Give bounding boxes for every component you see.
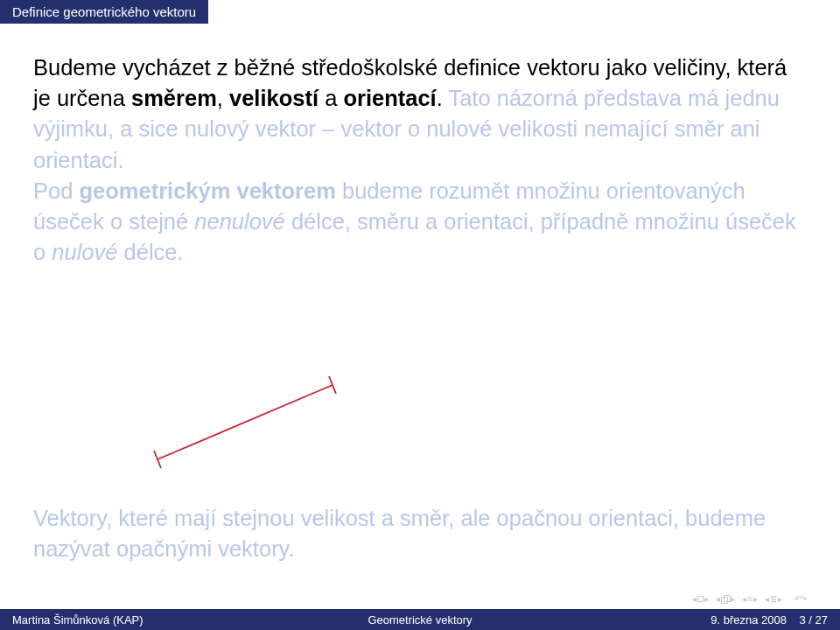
nav-subsection-icon[interactable]: ≡ [747, 594, 752, 604]
term-zero: nulové [52, 240, 117, 264]
text: délce. [117, 240, 183, 264]
term-nonzero: nenulové [194, 209, 285, 234]
opposite-vectors-note: Vektory, které mají stejnou velikost a s… [33, 503, 807, 564]
beamer-nav: ◂ ▸ ◂ ▸ ◂ ≡ ▸ ◂ ≣ ▸ ↶↷ [692, 594, 805, 604]
slide-content: Budeme vycházet z běžné středoškolské de… [33, 52, 807, 268]
footer-date: 9. března 2008 [710, 613, 787, 626]
text: Pod [33, 178, 79, 203]
vector-figure [140, 372, 368, 480]
nav-prev-subsection-icon[interactable]: ◂ [742, 594, 746, 604]
nav-slide-group[interactable]: ◂ ▸ [692, 594, 709, 604]
nav-next-section-icon[interactable]: ▸ [778, 594, 782, 604]
nav-slide-icon[interactable] [697, 596, 704, 602]
footer-author: Martina Šimůnková (KAP) [12, 613, 144, 626]
footer-page: 3 / 27 [799, 613, 828, 626]
vector-tail-bar [154, 451, 161, 468]
text: , [217, 86, 229, 110]
term-magnitude: velikostí [229, 86, 318, 110]
text: a [318, 86, 343, 110]
nav-section-icon[interactable]: ≣ [770, 594, 777, 604]
nav-next-slide-icon[interactable]: ▸ [704, 594, 709, 604]
footer-right: 9. března 2008 3 / 27 [710, 613, 828, 626]
nav-frame-group[interactable]: ◂ ▸ [716, 594, 735, 604]
vector-svg [140, 372, 368, 477]
nav-next-subsection-icon[interactable]: ▸ [753, 594, 758, 604]
term-direction: směrem [131, 86, 217, 110]
slide-header: Definice geometrického vektoru [0, 0, 208, 24]
nav-prev-frame-icon[interactable]: ◂ [716, 594, 720, 604]
nav-section-group[interactable]: ◂ ≣ ▸ [765, 594, 782, 604]
term-orientation: orientací [343, 86, 436, 110]
slide-footer: Martina Šimůnková (KAP) Geometrické vekt… [0, 609, 840, 630]
slide-title: Definice geometrického vektoru [12, 4, 196, 19]
term-geometric-vector: geometrickým vektorem [79, 178, 335, 203]
text: Vektory, které mají stejnou velikost a s… [33, 506, 766, 561]
vector-line [158, 385, 332, 459]
nav-back-forward-icon[interactable]: ↶↷ [794, 594, 805, 604]
nav-next-frame-icon[interactable]: ▸ [731, 594, 735, 604]
paragraph-3: Pod geometrickým vektorem budeme rozumět… [33, 178, 796, 264]
nav-subsection-group[interactable]: ◂ ≡ ▸ [742, 594, 758, 604]
nav-frame-icon[interactable] [721, 595, 730, 603]
text: . [437, 86, 443, 110]
vector-head-bar [329, 376, 336, 394]
footer-title: Geometrické vektory [368, 613, 472, 626]
nav-prev-slide-icon[interactable]: ◂ [692, 594, 696, 604]
nav-prev-section-icon[interactable]: ◂ [765, 594, 769, 604]
